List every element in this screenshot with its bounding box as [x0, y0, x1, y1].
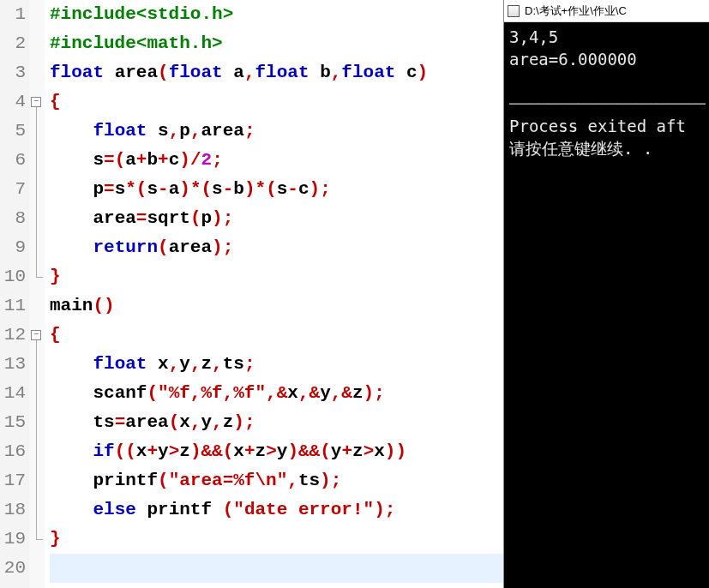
fold-toggle-icon[interactable]: − [31, 330, 41, 340]
code-line[interactable]: area=sqrt(p); [50, 204, 503, 233]
fold-end-marker [36, 539, 43, 540]
console-app-icon [508, 5, 520, 17]
line-number: 13 [0, 350, 26, 379]
code-line[interactable]: else printf ("date error!"); [50, 495, 503, 525]
console-line [509, 70, 704, 93]
line-number: 1 [0, 0, 26, 29]
fold-guide [36, 408, 37, 437]
fold-guide [36, 107, 37, 117]
line-number: 7 [0, 175, 26, 204]
code-line[interactable]: scanf("%f,%f,%f",&x,&y,&z); [50, 379, 503, 408]
fold-guide [36, 495, 37, 525]
fold-column[interactable]: −− [29, 0, 45, 588]
code-line[interactable]: printf("area=%f\n",ts); [50, 466, 503, 495]
console-titlebar[interactable]: D:\考试+作业\作业\C [504, 0, 709, 22]
line-number: 19 [0, 525, 26, 554]
console-title-text: D:\考试+作业\作业\C [525, 3, 627, 19]
fold-guide [36, 340, 37, 350]
line-number: 15 [0, 408, 26, 437]
line-number: 16 [0, 437, 26, 466]
line-number: 5 [0, 117, 26, 146]
console-output[interactable]: 3,4,5area=6.000000 ────────────────────P… [504, 22, 709, 588]
code-line[interactable]: float s,p,area; [50, 117, 503, 146]
fold-guide [36, 466, 37, 495]
code-area[interactable]: #include<stdio.h>#include<math.h>float a… [45, 0, 503, 588]
line-number: 9 [0, 233, 26, 262]
code-line[interactable]: { [50, 321, 503, 350]
line-number: 17 [0, 466, 26, 495]
line-number: 10 [0, 262, 26, 291]
code-line[interactable]: if((x+y>z)&&(x+z>y)&&(y+z>x)) [50, 437, 503, 466]
console-line: 3,4,5 [509, 26, 704, 48]
line-number: 18 [0, 495, 26, 525]
line-number: 2 [0, 29, 26, 58]
code-line[interactable]: p=s*(s-a)*(s-b)*(s-c); [50, 175, 503, 204]
line-number: 14 [0, 379, 26, 408]
console-line: Process exited aft [509, 115, 704, 137]
fold-guide [36, 117, 37, 146]
line-number: 3 [0, 58, 26, 87]
line-number: 6 [0, 146, 26, 175]
fold-guide [36, 146, 37, 175]
fold-end-marker [36, 277, 43, 278]
console-line: area=6.000000 [509, 48, 704, 70]
fold-guide [36, 525, 37, 539]
code-line[interactable]: float area(float a,float b,float c) [50, 58, 503, 87]
fold-guide [36, 233, 37, 262]
fold-guide [36, 175, 37, 204]
code-line[interactable]: main() [50, 291, 503, 321]
line-number: 12 [0, 321, 26, 350]
code-line[interactable]: #include<stdio.h> [50, 0, 503, 29]
code-line[interactable]: s=(a+b+c)/2; [50, 146, 503, 175]
code-line[interactable]: { [50, 87, 503, 117]
code-line[interactable]: return(area); [50, 233, 503, 262]
fold-guide [36, 437, 37, 466]
code-line[interactable]: } [50, 525, 503, 554]
code-line[interactable]: #include<math.h> [50, 29, 503, 58]
code-line[interactable]: } [50, 262, 503, 291]
fold-guide [36, 379, 37, 408]
code-line[interactable]: float x,y,z,ts; [50, 350, 503, 379]
code-editor[interactable]: 1234567891011121314151617181920 −− #incl… [0, 0, 503, 588]
line-number: 11 [0, 291, 26, 321]
code-line[interactable]: ts=area(x,y,z); [50, 408, 503, 437]
line-number-gutter: 1234567891011121314151617181920 [0, 0, 29, 588]
console-panel: D:\考试+作业\作业\C 3,4,5area=6.000000 ───────… [503, 0, 709, 588]
code-line[interactable] [50, 554, 503, 583]
line-number: 20 [0, 554, 26, 583]
line-number: 8 [0, 204, 26, 233]
console-line: ──────────────────── [509, 93, 704, 115]
console-line: 请按任意键继续. . [509, 137, 704, 159]
fold-toggle-icon[interactable]: − [31, 97, 41, 107]
fold-guide [36, 204, 37, 233]
fold-guide [36, 262, 37, 277]
fold-guide [36, 350, 37, 379]
line-number: 4 [0, 87, 26, 117]
